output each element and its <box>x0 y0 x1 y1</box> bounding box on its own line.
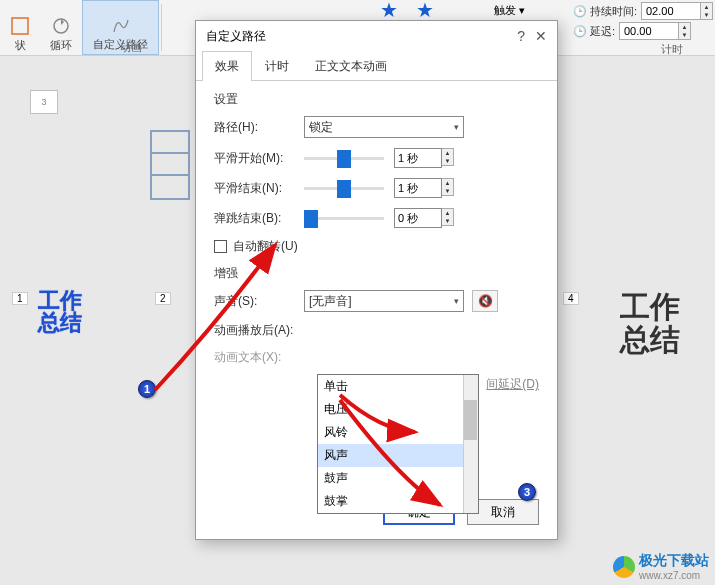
bounce-value[interactable] <box>394 208 442 228</box>
slide-number-1: 1 <box>12 292 28 305</box>
delay-label: 延迟: <box>590 24 615 39</box>
auto-reverse-checkbox[interactable]: 自动翻转(U) <box>214 238 539 255</box>
ribbon-shape-button[interactable]: 状 <box>0 0 40 55</box>
wordart-line: 工作 <box>38 290 82 312</box>
duration-spinners[interactable]: ▲▼ <box>701 2 713 20</box>
checkbox-box <box>214 240 227 253</box>
wordart-left: 工作 总结 <box>38 290 82 334</box>
loop-icon <box>51 16 71 36</box>
list-scrollbar[interactable] <box>463 375 478 513</box>
after-animation-label: 动画播放后(A): <box>214 322 304 339</box>
logo-url: www.xz7.com <box>639 570 709 581</box>
enhance-heading: 增强 <box>214 265 539 282</box>
watermark-logo: 极光下载站 www.xz7.com <box>613 552 709 581</box>
help-button[interactable]: ? <box>517 28 525 44</box>
ribbon-label: 循环 <box>50 38 72 53</box>
path-label: 路径(H): <box>214 119 304 136</box>
auto-reverse-label: 自动翻转(U) <box>233 238 298 255</box>
logo-text: 极光下载站 <box>639 552 709 570</box>
path-dropdown[interactable]: 锁定 ▾ <box>304 116 464 138</box>
spinner[interactable]: ▲▼ <box>442 208 454 226</box>
scrollbar-thumb[interactable] <box>464 400 477 440</box>
ribbon-separator <box>161 4 162 51</box>
dialog-tabs: 效果 计时 正文文本动画 <box>196 51 557 81</box>
star-icon: ★ <box>380 0 398 22</box>
sound-label: 声音(S): <box>214 293 304 310</box>
smooth-start-value[interactable] <box>394 148 442 168</box>
annotation-callout-1: 1 <box>138 380 156 398</box>
tab-text-anim[interactable]: 正文文本动画 <box>302 51 400 81</box>
chevron-down-icon: ▾ <box>454 296 459 306</box>
ladder-shape <box>150 130 190 200</box>
sound-value: [无声音] <box>309 293 352 310</box>
spinner[interactable]: ▲▼ <box>442 178 454 196</box>
trigger-dropdown[interactable]: 触发 ▾ <box>490 2 529 19</box>
smooth-end-label: 平滑结束(N): <box>214 180 304 197</box>
settings-heading: 设置 <box>214 91 539 108</box>
bounce-slider[interactable] <box>304 217 384 220</box>
wordart-line: 工作 <box>620 290 680 323</box>
ribbon-group-label: 动画 <box>120 40 142 55</box>
dialog-titlebar: 自定义路径 ? ✕ <box>196 21 557 51</box>
logo-icon <box>613 556 635 578</box>
smooth-end-value[interactable] <box>394 178 442 198</box>
clock-icon: 🕒 <box>573 5 587 18</box>
sound-option[interactable]: 鼓掌 <box>318 490 478 513</box>
dialog-title: 自定义路径 <box>206 28 266 45</box>
sound-option[interactable]: 风铃 <box>318 421 478 444</box>
ribbon-loop-button[interactable]: 循环 <box>40 0 82 55</box>
wordart-right: 工作 总结 <box>620 290 680 356</box>
sound-options-list[interactable]: 单击 电压 风铃 风声 鼓声 鼓掌 <box>317 374 479 514</box>
speaker-icon: 🔇 <box>478 294 493 308</box>
path-value: 锁定 <box>309 119 333 136</box>
shape-icon <box>10 16 30 36</box>
chevron-down-icon: ▾ <box>454 122 459 132</box>
clock-icon: 🕒 <box>573 25 587 38</box>
smooth-start-slider[interactable] <box>304 157 384 160</box>
sound-option[interactable]: 单击 <box>318 375 478 398</box>
sound-dropdown[interactable]: [无声音] ▾ <box>304 290 464 312</box>
sound-option-selected[interactable]: 风声 <box>318 444 478 467</box>
animate-text-label: 动画文本(X): <box>214 349 304 366</box>
wordart-line: 总结 <box>620 323 680 356</box>
timing-panel: 🕒 持续时间: ▲▼ 🕒 延迟: ▲▼ 计时 <box>573 2 713 42</box>
slide-number-4: 4 <box>563 292 579 305</box>
smooth-start-label: 平滑开始(M): <box>214 150 304 167</box>
timing-group-label: 计时 <box>661 42 683 57</box>
ribbon-label: 状 <box>15 38 26 53</box>
delay-input[interactable] <box>619 22 679 40</box>
close-button[interactable]: ✕ <box>535 28 547 44</box>
wordart-line: 总结 <box>38 312 82 334</box>
annotation-callout-3: 3 <box>518 483 536 501</box>
slide-number-2: 2 <box>155 292 171 305</box>
custom-path-icon <box>111 15 131 35</box>
duration-input[interactable] <box>641 2 701 20</box>
sound-volume-button[interactable]: 🔇 <box>472 290 498 312</box>
slide-thumbnail-3[interactable]: 3 <box>30 90 58 114</box>
sound-option[interactable]: 鼓声 <box>318 467 478 490</box>
svg-rect-0 <box>12 18 28 34</box>
duration-label: 持续时间: <box>590 4 637 19</box>
smooth-end-slider[interactable] <box>304 187 384 190</box>
tab-timing[interactable]: 计时 <box>252 51 302 81</box>
star-icon: ★ <box>416 0 434 22</box>
sound-option[interactable]: 电压 <box>318 398 478 421</box>
delay-spinners[interactable]: ▲▼ <box>679 22 691 40</box>
spinner[interactable]: ▲▼ <box>442 148 454 166</box>
bounce-label: 弹跳结束(B): <box>214 210 304 227</box>
tab-effect[interactable]: 效果 <box>202 51 252 81</box>
ribbon-star-group: ★ ★ <box>380 0 434 22</box>
letter-delay-label: 间延迟(D) <box>486 376 539 393</box>
